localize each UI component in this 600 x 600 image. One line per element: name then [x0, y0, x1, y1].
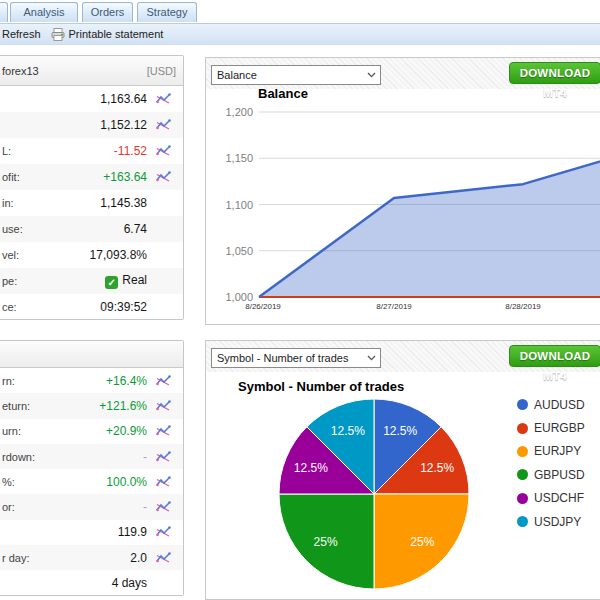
stat-row: eturn:+121.6%	[0, 393, 183, 418]
y-axis-tick: 1,050	[225, 245, 253, 257]
y-axis-tick: 1,100	[225, 199, 253, 211]
row-label: rdown:	[2, 451, 35, 463]
legend-item: USDCHF	[517, 487, 585, 510]
stat-row: r day:2.0	[0, 545, 183, 570]
tab-orders[interactable]: Orders	[82, 2, 133, 22]
legend-label: USDCHF	[534, 491, 584, 505]
mini-chart-icon[interactable]	[147, 119, 177, 131]
legend-color-dot	[517, 399, 528, 410]
mini-chart-icon[interactable]	[147, 400, 177, 412]
pie-slice-label: 25%	[314, 535, 338, 549]
pie-legend: AUDUSDEURGBPEURJPYGBPUSDUSDCHFUSDJPY	[517, 393, 585, 533]
row-value: +20.9%	[21, 424, 147, 438]
pie-slice-label: 12.5%	[294, 461, 328, 475]
stat-row: ce:09:39:52	[0, 294, 183, 320]
stat-row: rn:+16.4%	[0, 368, 183, 393]
legend-label: AUDUSD	[534, 398, 585, 412]
row-value: +16.4%	[15, 374, 147, 388]
tab-strategy[interactable]: Strategy	[137, 2, 197, 22]
y-axis-tick: 1,150	[225, 152, 253, 164]
row-label: L:	[2, 145, 11, 157]
row-value: 1,145.38	[14, 196, 147, 210]
row-value: -	[15, 500, 147, 514]
stat-row: ofit:+163.64	[0, 164, 183, 190]
stat-row: 1,152.12	[0, 112, 183, 138]
symbol-pie-card: Symbol - Number of trades DOWNLOAD MT4 S…	[205, 340, 600, 600]
row-label: ofit:	[2, 171, 20, 183]
legend-color-dot	[517, 446, 528, 457]
mini-chart-icon[interactable]	[147, 476, 177, 488]
row-value: +121.6%	[30, 399, 147, 413]
account-name: forex13	[2, 65, 39, 77]
tab-analysis[interactable]: Analysis	[10, 2, 78, 22]
legend-color-dot	[517, 423, 528, 434]
balance-chart-card: Balance DOWNLOAD MT4 Balance 1,0001,0501…	[205, 57, 600, 325]
row-label: pe:	[2, 275, 17, 287]
legend-color-dot	[517, 493, 528, 504]
row-label: rn:	[2, 375, 15, 387]
pie-slice-label: 12.5%	[420, 461, 454, 475]
row-label: %:	[2, 476, 15, 488]
row-label: eturn:	[2, 400, 30, 412]
row-label: urn:	[2, 425, 21, 437]
refresh-button[interactable]: Refresh	[0, 28, 46, 40]
row-label: in:	[2, 197, 14, 209]
stat-row: use:6.74	[0, 216, 183, 242]
statistics-panel: rn:+16.4%eturn:+121.6%urn:+20.9%rdown:-%…	[0, 340, 184, 596]
balance-area-fill	[259, 146, 600, 297]
stat-row: rdown:-	[0, 444, 183, 469]
y-axis-tick: 1,200	[225, 106, 253, 118]
legend-label: GBPUSD	[534, 468, 585, 482]
row-value: +163.64	[20, 170, 147, 184]
account-rows: 1,163.641,152.12L:-11.52ofit:+163.64in:1…	[0, 86, 183, 320]
stat-row: 4 days	[0, 570, 183, 595]
mini-chart-icon[interactable]	[147, 145, 177, 157]
legend-label: EURJPY	[534, 444, 581, 458]
row-value: 09:39:52	[17, 300, 147, 314]
stat-row: vel:17,093.8%	[0, 242, 183, 268]
mini-chart-icon[interactable]	[147, 375, 177, 387]
row-value: 1,152.12	[2, 118, 147, 132]
stat-row: 119.9	[0, 520, 183, 545]
account-currency: [USD]	[147, 65, 176, 77]
row-value: ✓Real	[17, 273, 147, 289]
x-axis-tick: 8/28/2019	[505, 302, 541, 311]
mini-chart-icon[interactable]	[147, 526, 177, 538]
row-value: 6.74	[23, 222, 147, 236]
tab-bar: Analysis Orders Strategy	[0, 2, 600, 23]
legend-item: EURGBP	[517, 416, 585, 439]
mini-chart-icon[interactable]	[147, 451, 177, 463]
stats-rows: rn:+16.4%eturn:+121.6%urn:+20.9%rdown:-%…	[0, 368, 183, 596]
legend-label: USDJPY	[534, 515, 581, 529]
printable-statement-button[interactable]: Printable statement	[46, 28, 169, 41]
pie-slice-label: 12.5%	[383, 424, 417, 438]
row-value: -	[35, 450, 147, 464]
account-panel-header: forex13 [USD]	[0, 56, 183, 86]
mini-chart-icon[interactable]	[147, 425, 177, 437]
mini-chart-icon[interactable]	[147, 552, 177, 564]
mini-chart-icon[interactable]	[147, 93, 177, 105]
row-label: or:	[2, 501, 15, 513]
legend-item: USDJPY	[517, 510, 585, 533]
row-label: use:	[2, 223, 23, 235]
row-label: ce:	[2, 301, 17, 313]
stat-row: L:-11.52	[0, 138, 183, 164]
mini-chart-icon[interactable]	[147, 501, 177, 513]
stat-row: in:1,145.38	[0, 190, 183, 216]
x-axis-tick: 8/26/2019	[245, 302, 281, 311]
tab-partial[interactable]	[0, 2, 8, 22]
row-value: 1,163.64	[2, 92, 147, 106]
pie-slice-label: 12.5%	[331, 424, 365, 438]
stat-row: %:100.0%	[0, 469, 183, 494]
row-value: 17,093.8%	[19, 248, 147, 262]
row-value: 100.0%	[15, 475, 147, 489]
x-axis-tick: 8/27/2019	[376, 302, 412, 311]
mini-chart-icon[interactable]	[147, 171, 177, 183]
row-value: 119.9	[2, 525, 147, 539]
row-value: 2.0	[30, 551, 147, 565]
toolbar: Refresh Printable statement	[0, 23, 600, 45]
row-label: r day:	[2, 552, 30, 564]
printable-statement-label: Printable statement	[69, 28, 164, 40]
legend-item: GBPUSD	[517, 463, 585, 486]
row-value: 4 days	[2, 576, 147, 590]
